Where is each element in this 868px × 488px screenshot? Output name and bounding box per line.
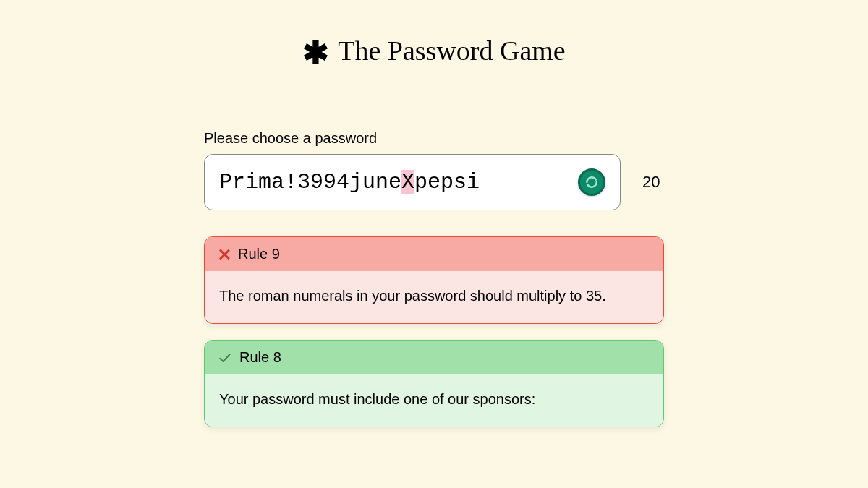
prompt-label: Please choose a password	[204, 130, 664, 147]
rule-text: The roman numerals in your password shou…	[205, 271, 663, 323]
rule-number: Rule 8	[239, 349, 281, 366]
title-text: The Password Game	[338, 35, 565, 67]
password-input[interactable]: Prima!3994juneXpepsi	[204, 154, 621, 210]
refresh-icon	[584, 175, 599, 189]
page-title: ✱ The Password Game	[302, 35, 565, 67]
x-icon	[218, 248, 231, 261]
character-count: 20	[642, 173, 664, 192]
password-text: Prima!3994juneXpepsi	[219, 170, 578, 194]
asterisk-icon: ✱	[302, 38, 329, 69]
password-highlight: X	[401, 170, 414, 194]
check-icon	[218, 351, 232, 365]
rule-card-8: Rule 8 Your password must include one of…	[204, 340, 664, 427]
rule-text: Your password must include one of our sp…	[205, 374, 663, 427]
refresh-button[interactable]	[578, 168, 605, 196]
rule-card-9: Rule 9 The roman numerals in your passwo…	[204, 236, 664, 324]
rule-number: Rule 9	[238, 246, 280, 262]
rule-header: Rule 8	[205, 341, 663, 374]
rule-header: Rule 9	[205, 237, 663, 271]
